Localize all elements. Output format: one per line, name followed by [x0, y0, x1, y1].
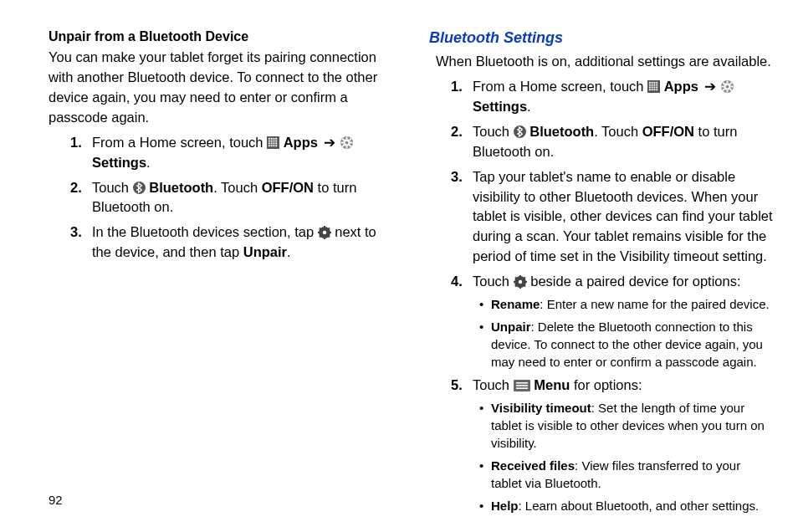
bullet-label: Received files: [491, 458, 575, 473]
settings-label: Settings: [92, 155, 146, 170]
menu-icon: [514, 380, 530, 391]
intro-paragraph: When Bluetooth is on, additional setting…: [436, 52, 773, 72]
bullet-list: Visibility timeout: Set the length of ti…: [473, 399, 773, 514]
bullet-label: Help: [491, 499, 519, 513]
bullet-rename: Rename: Enter a new name for the paired …: [483, 295, 773, 313]
bullet-text: : Learn about Bluetooth, and other setti…: [519, 499, 760, 513]
step-text: In the Bluetooth devices section, tap: [92, 224, 318, 239]
offon-label: OFF/ON: [262, 180, 314, 195]
bullet-label: Visibility timeout: [491, 401, 591, 415]
step-text: From a Home screen, touch: [473, 79, 647, 94]
step-3: In the Bluetooth devices section, tap ne…: [92, 223, 392, 263]
step-1: From a Home screen, touch Apps ➔ Setting…: [473, 77, 773, 117]
step-text: beside a paired device for options:: [530, 274, 740, 289]
bullet-text: : Delete the Bluetooth connection to thi…: [491, 320, 763, 369]
apps-icon: [267, 136, 279, 149]
step-text: .: [287, 244, 291, 259]
steps-list: From a Home screen, touch Apps ➔ Setting…: [49, 133, 392, 263]
step-text: Touch: [473, 124, 514, 139]
step-text: From a Home screen, touch: [92, 135, 267, 150]
settings-icon: [340, 136, 353, 149]
bullet-list: Rename: Enter a new name for the paired …: [473, 295, 773, 371]
bluetooth-icon: [133, 182, 146, 194]
gear-icon: [514, 275, 527, 289]
step-3: Tap your tablet's name to enable or disa…: [473, 167, 773, 268]
bullet-help: Help: Learn about Bluetooth, and other s…: [483, 497, 773, 514]
page-number: 92: [49, 493, 63, 507]
step-text: . Touch: [594, 124, 642, 139]
bullet-text: : Enter a new name for the paired device…: [540, 297, 769, 311]
bluetooth-icon: [514, 125, 526, 138]
bluetooth-label: Bluetooth: [149, 180, 213, 195]
bullet-label: Unpair: [491, 320, 531, 334]
apps-label: Apps: [664, 79, 698, 94]
bullet-label: Rename: [491, 297, 540, 311]
bullet-visibility-timeout: Visibility timeout: Set the length of ti…: [483, 399, 773, 452]
section-heading-bluetooth-settings: Bluetooth Settings: [429, 29, 773, 47]
left-column: Unpair from a Bluetooth Device You can m…: [49, 29, 417, 532]
section-heading-unpair: Unpair from a Bluetooth Device: [49, 29, 392, 44]
unpair-label: Unpair: [243, 244, 287, 259]
settings-label: Settings: [473, 99, 527, 114]
bluetooth-label: Bluetooth: [529, 124, 594, 139]
step-text: Tap your tablet's name to enable or disa…: [473, 169, 773, 264]
apps-icon: [647, 80, 660, 93]
bullet-received-files: Received files: View files transferred t…: [483, 457, 773, 492]
menu-label: Menu: [534, 377, 570, 392]
step-text: Touch: [92, 180, 133, 195]
steps-list: From a Home screen, touch Apps ➔ Setting…: [429, 77, 773, 514]
arrow-icon: ➔: [322, 133, 337, 153]
intro-paragraph: You can make your tablet forget its pair…: [49, 48, 392, 128]
step-text: Touch: [473, 377, 514, 392]
step-text: for options:: [570, 377, 642, 392]
gear-icon: [318, 226, 331, 239]
manual-page: Unpair from a Bluetooth Device You can m…: [0, 0, 798, 532]
step-5: Touch Menu for options: Visibility timeo…: [473, 376, 773, 514]
right-column: Bluetooth Settings When Bluetooth is on,…: [417, 29, 773, 532]
step-text: Touch: [473, 274, 514, 289]
step-2: Touch Bluetooth. Touch OFF/ON to turn Bl…: [473, 122, 773, 162]
offon-label: OFF/ON: [642, 124, 694, 139]
step-2: Touch Bluetooth. Touch OFF/ON to turn Bl…: [92, 178, 392, 218]
arrow-icon: ➔: [703, 77, 718, 97]
bullet-unpair: Unpair: Delete the Bluetooth connection …: [483, 318, 773, 371]
step-4: Touch beside a paired device for options…: [473, 272, 773, 371]
step-1: From a Home screen, touch Apps ➔ Setting…: [92, 133, 392, 173]
settings-icon: [721, 80, 734, 93]
apps-label: Apps: [284, 135, 318, 150]
step-text: . Touch: [213, 180, 261, 195]
